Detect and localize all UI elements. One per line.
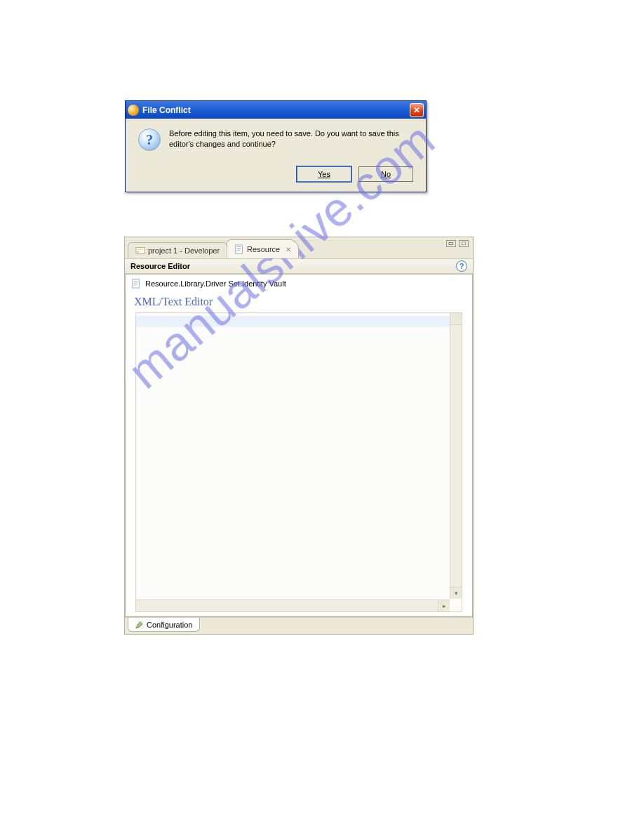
resource-path: Resource.Library.Driver Set.Identity Vau… bbox=[145, 279, 286, 288]
dialog-title-icon bbox=[128, 105, 139, 116]
pen-icon bbox=[135, 621, 144, 629]
horizontal-scrollbar[interactable]: ▸ bbox=[136, 600, 450, 611]
dialog-body: ? Before editing this item, you need to … bbox=[126, 119, 426, 161]
dialog-titlebar[interactable]: File Conflict ✕ bbox=[126, 101, 426, 119]
resource-tab-icon bbox=[234, 244, 244, 254]
tab-close-icon[interactable]: ✕ bbox=[286, 246, 291, 253]
dialog-message: Before editing this item, you need to sa… bbox=[169, 128, 413, 151]
close-icon[interactable]: ✕ bbox=[410, 103, 424, 117]
dialog-title: File Conflict bbox=[142, 105, 191, 115]
file-conflict-dialog: File Conflict ✕ ? Before editing this it… bbox=[125, 100, 427, 192]
yes-button[interactable]: Yes bbox=[297, 166, 351, 182]
svg-rect-2 bbox=[236, 245, 243, 253]
document-icon bbox=[131, 279, 141, 289]
editor-bottom-tabs: Configuration bbox=[125, 617, 473, 634]
help-icon[interactable]: ? bbox=[456, 260, 467, 272]
editor-header: Resource Editor ? bbox=[125, 258, 473, 274]
tab-configuration[interactable]: Configuration bbox=[128, 618, 200, 632]
tab-resource[interactable]: Resource ✕ bbox=[227, 239, 299, 258]
scroll-right-icon[interactable]: ▸ bbox=[438, 600, 450, 611]
question-icon: ? bbox=[138, 128, 161, 151]
scroll-down-icon[interactable]: ▾ bbox=[450, 587, 462, 599]
xml-editor-area[interactable]: ▾ ▸ bbox=[135, 312, 462, 612]
dialog-buttons: Yes No bbox=[126, 161, 426, 192]
tab-project-developer[interactable]: project 1 - Developer bbox=[128, 242, 227, 258]
editor-heading: Resource Editor bbox=[130, 262, 190, 270]
svg-point-1 bbox=[137, 251, 139, 253]
resource-editor-pane: project 1 - Developer Resource ✕ ▭ □ Res… bbox=[124, 237, 474, 635]
pane-window-controls: ▭ □ bbox=[446, 240, 469, 247]
no-button[interactable]: No bbox=[358, 166, 413, 182]
tab-label: project 1 - Developer bbox=[148, 246, 220, 255]
editor-current-line bbox=[136, 316, 462, 327]
svg-rect-3 bbox=[133, 279, 140, 288]
editor-tabstrip: project 1 - Developer Resource ✕ ▭ □ bbox=[125, 237, 473, 258]
maximize-icon[interactable]: □ bbox=[459, 240, 469, 247]
minimize-icon[interactable]: ▭ bbox=[446, 240, 456, 247]
project-tab-icon bbox=[135, 246, 145, 256]
scroll-up-icon[interactable] bbox=[450, 313, 462, 325]
xml-text-editor-title: XML/Text Editor bbox=[126, 293, 472, 312]
tab-label: Resource bbox=[247, 245, 280, 253]
resource-path-row: Resource.Library.Driver Set.Identity Vau… bbox=[126, 274, 472, 293]
svg-rect-0 bbox=[136, 248, 145, 254]
editor-content: Resource.Library.Driver Set.Identity Vau… bbox=[125, 274, 473, 617]
bottom-tab-label: Configuration bbox=[147, 621, 192, 629]
vertical-scrollbar[interactable]: ▾ bbox=[450, 313, 462, 599]
